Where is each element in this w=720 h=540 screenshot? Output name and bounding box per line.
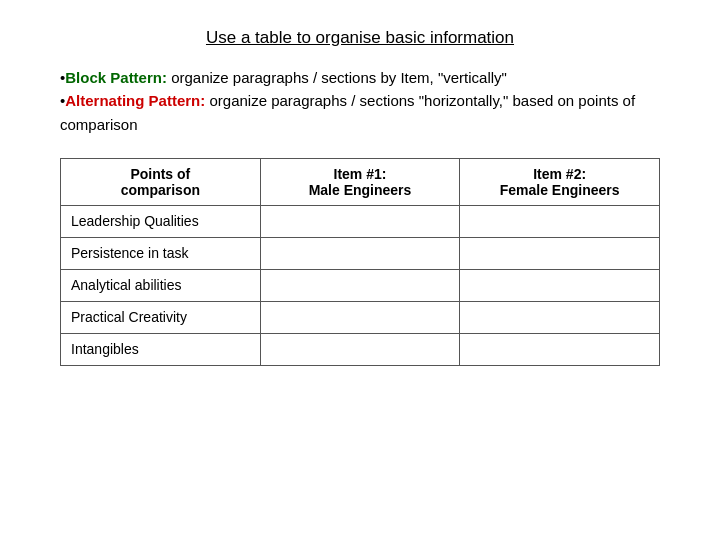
comparison-table: Points ofcomparison Item #1:Male Enginee… (60, 158, 660, 366)
row1-col0: Persistence in task (61, 237, 261, 269)
col-header-1: Item #1:Male Engineers (260, 158, 460, 205)
table-row: Practical Creativity (61, 301, 660, 333)
row3-col0: Practical Creativity (61, 301, 261, 333)
page-title: Use a table to organise basic informatio… (60, 28, 660, 48)
row0-col2 (460, 205, 660, 237)
row4-col2 (460, 333, 660, 365)
row2-col0: Analytical abilities (61, 269, 261, 301)
table-row: Analytical abilities (61, 269, 660, 301)
row4-col0: Intangibles (61, 333, 261, 365)
row2-col2 (460, 269, 660, 301)
page-container: Use a table to organise basic informatio… (0, 0, 720, 540)
table-row: Intangibles (61, 333, 660, 365)
bullet2: •Alternating Pattern: organize paragraph… (60, 89, 660, 136)
row1-col2 (460, 237, 660, 269)
row1-col1 (260, 237, 460, 269)
row3-col2 (460, 301, 660, 333)
table-row: Persistence in task (61, 237, 660, 269)
table-row: Leadership Qualities (61, 205, 660, 237)
table-wrapper: Points ofcomparison Item #1:Male Enginee… (60, 158, 660, 366)
row0-col1 (260, 205, 460, 237)
col-header-2: Item #2:Female Engineers (460, 158, 660, 205)
table-header-row: Points ofcomparison Item #1:Male Enginee… (61, 158, 660, 205)
row3-col1 (260, 301, 460, 333)
row0-col0: Leadership Qualities (61, 205, 261, 237)
bullet1: •Block Pattern: organize paragraphs / se… (60, 66, 660, 89)
bullet2-label: Alternating Pattern: (65, 92, 205, 109)
bullet1-label: Block Pattern: (65, 69, 167, 86)
body-text: •Block Pattern: organize paragraphs / se… (60, 66, 660, 136)
row2-col1 (260, 269, 460, 301)
row4-col1 (260, 333, 460, 365)
col-header-0: Points ofcomparison (61, 158, 261, 205)
bullet1-text: organize paragraphs / sections by Item, … (167, 69, 507, 86)
